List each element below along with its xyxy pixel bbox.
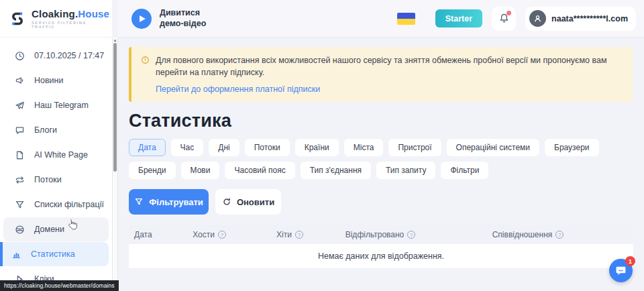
table-header-row: Дата Хости Хіти Відфільтровано Співвідно…	[129, 225, 633, 244]
tab-cities[interactable]: Міста	[344, 139, 384, 156]
sidebar-item-label: Списки фільтрації	[34, 200, 104, 209]
telegram-icon	[15, 101, 25, 111]
scrollbar-thumb[interactable]	[113, 43, 117, 172]
notification-dot	[506, 11, 511, 15]
play-demo-button[interactable]	[131, 9, 152, 29]
filter-button[interactable]: Фільтрувати	[129, 189, 209, 215]
tab-timezone[interactable]: Часовий пояс	[225, 162, 294, 179]
chat-widget-button[interactable]: 1	[609, 259, 633, 282]
person-icon	[533, 13, 543, 23]
demo-video-label[interactable]: Дивитися демо-відео	[160, 8, 209, 29]
warning-icon	[141, 55, 150, 78]
brand-primary: Cloaking.	[32, 8, 78, 19]
help-icon[interactable]	[295, 231, 303, 239]
scrollbar-up-arrow[interactable]	[113, 38, 117, 43]
col-header-hosts: Хости	[176, 230, 243, 239]
tab-operating-systems[interactable]: Операційні системи	[447, 139, 539, 156]
tab-flows[interactable]: Потоки	[245, 139, 290, 156]
col-header-ratio: Співвідношення	[424, 230, 632, 239]
sidebar-scrollbar[interactable]	[112, 38, 118, 291]
tab-filters[interactable]: Фільтри	[441, 162, 488, 179]
funnel-icon	[15, 200, 25, 210]
flows-icon	[15, 175, 25, 185]
sidebar: Cloaking.House SERVICE FILTERING TRAFFIC…	[0, 0, 112, 291]
main-area: Дивитися демо-відео Starter naata*******…	[118, 0, 644, 291]
refresh-icon	[222, 197, 231, 207]
sidebar-item-label: Потоки	[34, 175, 62, 184]
brand-tagline: SERVICE FILTERING TRAFFIC	[32, 21, 112, 29]
trial-warning-banner: Для повного використання всіх можливосте…	[129, 47, 633, 102]
refresh-button[interactable]: Оновити	[215, 189, 281, 215]
tab-browsers[interactable]: Браузери	[545, 139, 599, 156]
tab-request-type[interactable]: Тип запиту	[376, 162, 435, 179]
tab-brands[interactable]: Бренди	[129, 162, 176, 179]
logo-text: Cloaking.House SERVICE FILTERING TRAFFIC	[32, 8, 112, 29]
sidebar-item-label: 07.10.2025 / 17:47	[34, 51, 104, 60]
content: Для повного використання всіх можливосте…	[118, 38, 644, 268]
tab-countries[interactable]: Країни	[295, 139, 339, 156]
sidebar-item-news[interactable]: Новини	[3, 68, 109, 93]
sidebar-item-label: Новини	[34, 76, 64, 85]
actions-row: Фільтрувати Оновити	[129, 189, 633, 215]
chat-bubble-icon	[15, 125, 25, 135]
sidebar-item-ai-white-page[interactable]: AI White Page	[3, 143, 109, 167]
user-email: naata**********l.com	[551, 14, 628, 23]
table-empty-state: Немає даних для відображення.	[129, 244, 633, 268]
link-status-tooltip: https://cloaking.house/webmaster/domains	[0, 280, 119, 291]
page-title: Статистика	[129, 111, 633, 131]
funnel-icon	[134, 197, 144, 207]
stats-table: Дата Хости Хіти Відфільтровано Співвідно…	[129, 225, 633, 268]
sidebar-item-label: Наш Telegram	[34, 101, 89, 110]
col-header-date: Дата	[129, 230, 176, 239]
help-icon[interactable]	[218, 231, 226, 239]
col-header-filtered: Відфільтровано	[337, 230, 424, 239]
tab-languages[interactable]: Мови	[181, 162, 220, 179]
tab-time[interactable]: Час	[171, 139, 204, 156]
logo-icon	[9, 10, 26, 27]
sidebar-item-telegram[interactable]: Наш Telegram	[3, 93, 109, 117]
play-icon	[140, 15, 146, 22]
sidebar-nav: 07.10.2025 / 17:47 Новини Наш Telegram Б…	[0, 38, 112, 291]
sidebar-item-statistics[interactable]: Статистика	[0, 242, 109, 266]
globe-icon	[15, 225, 25, 235]
avatar	[529, 10, 546, 27]
col-header-hits: Хіти	[243, 230, 337, 239]
tab-days[interactable]: Дні	[209, 139, 239, 156]
chat-unread-badge: 1	[625, 256, 635, 266]
app-window: Cloaking.House SERVICE FILTERING TRAFFIC…	[0, 0, 644, 291]
chat-icon	[615, 265, 627, 276]
sidebar-item-domains[interactable]: Домени	[3, 217, 109, 241]
megaphone-icon	[15, 76, 25, 86]
user-menu[interactable]: naata**********l.com	[525, 7, 636, 31]
subscribe-link[interactable]: Перейти до оформлення платної підписки	[156, 84, 623, 94]
help-icon[interactable]	[407, 231, 415, 239]
ukraine-flag-icon[interactable]	[397, 13, 415, 25]
topbar: Дивитися демо-відео Starter naata*******…	[118, 0, 644, 38]
sidebar-item-datetime: 07.10.2025 / 17:47	[3, 44, 109, 68]
logo[interactable]: Cloaking.House SERVICE FILTERING TRAFFIC	[0, 0, 112, 38]
sidebar-item-label: AI White Page	[34, 150, 88, 160]
help-icon[interactable]	[555, 231, 564, 239]
sidebar-item-label: Статистика	[31, 249, 75, 259]
page-icon	[15, 150, 25, 160]
plan-badge-starter[interactable]: Starter	[435, 9, 482, 27]
sidebar-item-filter-lists[interactable]: Списки фільтрації	[3, 192, 109, 217]
sidebar-item-blogs[interactable]: Блоги	[3, 118, 109, 142]
clock-icon	[15, 51, 25, 61]
topbar-right: Starter naata**********l.com	[397, 7, 636, 31]
sidebar-item-label: Домени	[34, 225, 64, 234]
sidebar-item-label: Блоги	[34, 125, 57, 135]
brand-accent: House	[78, 8, 109, 19]
tab-date[interactable]: Дата	[129, 139, 166, 156]
sidebar-item-flows[interactable]: Потоки	[3, 168, 109, 192]
tab-devices[interactable]: Пристрої	[388, 139, 441, 156]
bar-chart-icon	[11, 249, 21, 259]
notifications-button[interactable]	[492, 7, 516, 31]
tab-connection-type[interactable]: Тип з'єднання	[301, 162, 371, 179]
stats-tabs: Дата Час Дні Потоки Країни Міста Пристро…	[129, 139, 625, 179]
banner-text: Для повного використання всіх можливосте…	[156, 54, 623, 78]
